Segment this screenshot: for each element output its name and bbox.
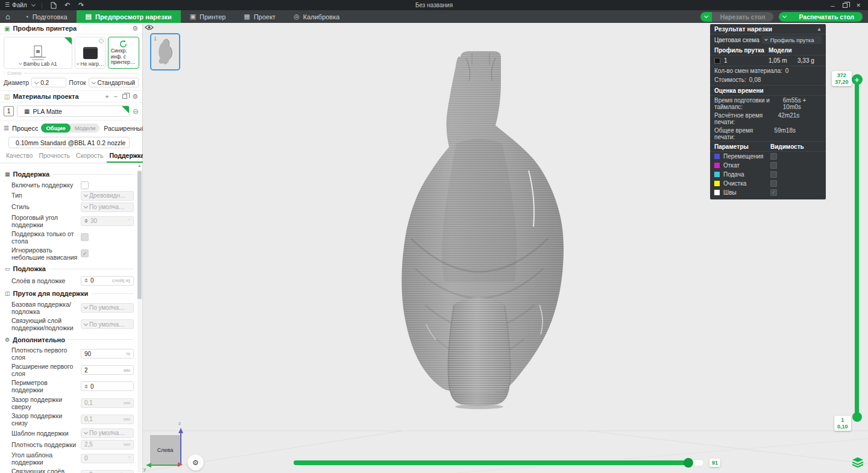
layers-view-button[interactable] [852, 457, 864, 469]
slice-split-button[interactable]: Нарезать стол [700, 12, 774, 22]
tab-Принтер[interactable]: ▣Принтер [181, 10, 235, 23]
subtab-Прочность[interactable]: Прочность [36, 152, 72, 163]
process-preset-dropdown[interactable]: 0.10mm Standard @BBL A1 0.2 nozzle [8, 137, 130, 148]
dropdown-field: 2слой(-я) [81, 470, 134, 473]
subtab-Поддержка[interactable]: Поддержка [107, 152, 146, 163]
tab-Предпросмотр нарезки[interactable]: ▤Предпросмотр нарезки [77, 10, 181, 23]
remove-filament-button[interactable]: − [114, 93, 118, 100]
tab-Калибровка[interactable]: ◎Калибровка [285, 10, 348, 23]
visibility-checkbox[interactable] [770, 162, 777, 169]
param-color-swatch [714, 190, 720, 195]
filament-settings-gear-icon[interactable]: ⚙ [132, 93, 138, 100]
print-split-button[interactable]: Распечатать стол [779, 12, 863, 22]
remove-circle-icon[interactable]: ⊖ [133, 108, 139, 115]
checkbox[interactable] [81, 181, 89, 189]
spinner-field[interactable]: 0 [81, 381, 134, 391]
setting-row: Базовая поддержка/подложкаПо умолча… [5, 299, 134, 316]
bed-type-card[interactable]: i Не нагр… [75, 37, 105, 69]
subtab-Качество[interactable]: Качество [4, 152, 35, 163]
visibility-checkbox[interactable] [770, 171, 777, 178]
section-header: ⚙Дополнительно [5, 336, 134, 343]
printer-card[interactable]: Bambu Lab A1 [4, 37, 72, 69]
input-field: 2,5мм [81, 440, 134, 450]
viewport-3d[interactable]: 1 Результат нарезки ▲ Цветовая схема Про… [143, 23, 868, 473]
main-tab-bar: ⌂ ◔Подготовка▤Предпросмотр нарезки▣Принт… [0, 10, 868, 23]
section-header: ▭Подложка [5, 265, 134, 272]
sync-filament-list-icon[interactable] [122, 94, 127, 99]
filament-changes-label: Кол-во смен материала: [714, 67, 782, 74]
color-scheme-label: Цветовая схема [714, 37, 760, 43]
tab-Подготовка[interactable]: ◔Подготовка [16, 10, 77, 23]
spinner-field: 30° [81, 216, 134, 226]
step-slider-track[interactable] [292, 459, 704, 466]
home-button[interactable]: ⌂ [0, 10, 16, 23]
setting-label: Связующий слой поддержки/подложки [11, 317, 81, 331]
undo-button[interactable]: ↶ [63, 1, 72, 10]
section-title: Подложка [13, 265, 46, 272]
flow-dropdown[interactable]: Стандартный [89, 78, 139, 87]
dropdown-field: По умолча… [81, 202, 134, 212]
setting-label: Связующих слоёв сверху [11, 468, 81, 473]
redo-button[interactable]: ↷ [77, 1, 86, 10]
orientation-cube[interactable]: Слева [150, 435, 180, 465]
z-axis-line [180, 433, 181, 465]
spin-down-icon [84, 221, 88, 223]
minimize-button[interactable]: – [831, 2, 834, 9]
tab-Проект[interactable]: ▦Проект [235, 10, 285, 23]
slice-plate-button[interactable]: Нарезать стол [712, 12, 774, 22]
plate-thumbnail[interactable]: 1 [150, 33, 180, 70]
input-field[interactable]: 2мм [81, 365, 134, 375]
y-axis-label: y [143, 466, 146, 472]
filament-dropdown[interactable]: ▦ PLA Matte [17, 105, 130, 117]
visibility-checkbox[interactable] [770, 189, 777, 196]
gear-icon[interactable]: ⚙ [132, 25, 138, 32]
advanced-label: Расширенный [104, 125, 145, 132]
layer-slider-top-handle[interactable]: + [852, 74, 863, 85]
plate-settings-button[interactable]: ⚙ [187, 454, 204, 471]
info-icon: i [99, 39, 104, 43]
scope-objects-pill[interactable]: Модели [71, 125, 99, 131]
spinner-field[interactable]: 0слой(-я) [81, 276, 134, 286]
close-button[interactable]: ✕ [856, 2, 861, 8]
top-layer-number: 372 [835, 72, 849, 79]
spinner-arrows-icon[interactable] [84, 384, 88, 389]
input-field[interactable]: 90% [81, 349, 134, 359]
sidebar-scrollbar[interactable] [137, 170, 142, 472]
add-filament-button[interactable]: + [105, 93, 108, 100]
process-scope-switch[interactable]: Общие Модели [41, 124, 99, 133]
visibility-checkbox[interactable] [770, 153, 777, 160]
bed-type-label: Не нагр… [81, 61, 104, 67]
diameter-label: Диаметр [4, 79, 29, 86]
chevron-down-icon [84, 305, 88, 309]
new-file-button[interactable] [49, 1, 58, 10]
sync-printer-card[interactable]: Синхр. инф. с принтер… [108, 37, 139, 69]
sync-refresh-icon [119, 40, 128, 48]
chevron-down-icon [782, 14, 787, 18]
visibility-checkbox[interactable] [770, 180, 777, 187]
field-value: 0 [90, 277, 110, 284]
diameter-dropdown[interactable]: 0.2 [31, 78, 66, 87]
scope-global-pill[interactable]: Общие [41, 124, 70, 133]
print-plate-button[interactable]: Распечатать стол [790, 12, 863, 22]
print-dropdown-button[interactable] [779, 12, 790, 22]
scrollbar-thumb[interactable] [137, 171, 142, 299]
step-slider-handle[interactable] [684, 458, 693, 468]
selected-corner-badge [122, 106, 129, 113]
layer-slider-bottom-handle[interactable] [852, 412, 862, 422]
subtab-Скорость[interactable]: Скорость [74, 152, 105, 163]
color-scheme-dropdown[interactable]: Профиль прутка [762, 36, 822, 44]
layer-slider-track[interactable] [855, 80, 859, 417]
printer-profile-icon: ▣ [4, 25, 10, 32]
checkbox [81, 249, 89, 257]
file-menu[interactable]: ☰ Файл [5, 2, 35, 8]
dropdown-field: По умолча… [81, 319, 134, 329]
spinner-arrows-icon[interactable] [84, 278, 88, 283]
scroll-up-arrow-icon[interactable]: ▲ [137, 163, 142, 169]
y-axis-line [151, 465, 180, 466]
collapse-panel-icon[interactable]: ▲ [817, 27, 822, 32]
section-divider [52, 174, 134, 175]
toggle-plates-visibility-button[interactable] [145, 24, 154, 31]
spin-up-icon [84, 278, 88, 280]
slice-dropdown-button[interactable] [700, 12, 712, 22]
restore-button[interactable] [843, 3, 848, 8]
